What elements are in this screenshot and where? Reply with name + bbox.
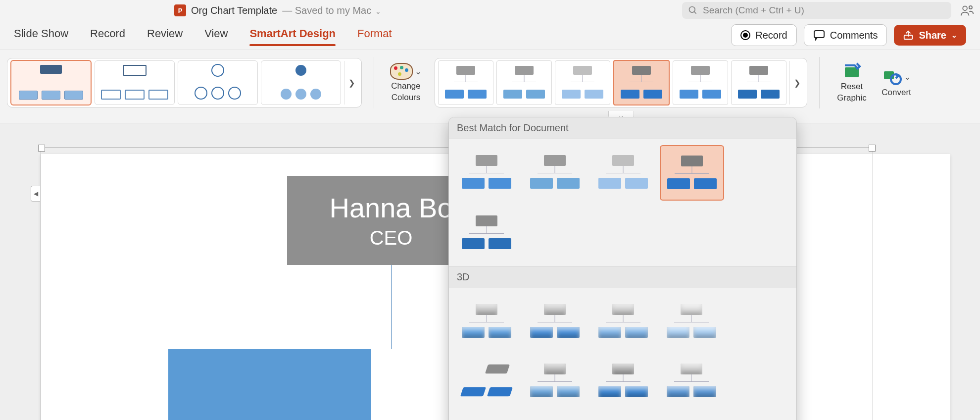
chevron-down-icon: ⌄: [375, 7, 381, 15]
smartart-styles-group: ❯ ⌄: [435, 53, 807, 112]
document-save-status[interactable]: — Saved to my Mac ⌄: [282, 5, 381, 16]
styles-more-button[interactable]: ❯: [789, 61, 804, 105]
org-node-ceo-name: Hanna Bo: [329, 192, 452, 224]
group-separator: [374, 57, 374, 108]
layout-option-2[interactable]: [95, 60, 175, 105]
style-option-2[interactable]: [496, 60, 552, 105]
tab-smartart-design[interactable]: SmartArt Design: [249, 27, 336, 43]
style-swatch-flat-2[interactable]: [523, 145, 587, 200]
share-icon: [903, 30, 914, 41]
style-swatch-flat-3[interactable]: [591, 145, 655, 200]
style-swatch-flat-1[interactable]: [455, 145, 518, 200]
style-swatch-flat-4-selected[interactable]: [660, 145, 724, 201]
layout-option-4[interactable]: [261, 60, 341, 105]
change-colours-button[interactable]: ⌄ Change Colours: [386, 58, 426, 107]
layouts-gallery: ❯: [7, 58, 362, 107]
record-icon: [740, 30, 750, 40]
style-swatch-3d-6[interactable]: [523, 354, 587, 408]
layouts-more-button[interactable]: ❯: [344, 61, 358, 105]
svg-point-2: [963, 6, 967, 10]
chevron-down-icon: ⌄: [904, 72, 911, 82]
style-option-3[interactable]: [555, 60, 610, 105]
document-save-status-text: — Saved to my Mac: [282, 5, 371, 16]
reset-graphic-button[interactable]: Reset Graphic: [832, 58, 872, 107]
style-swatch-3d-5[interactable]: [455, 354, 518, 408]
comments-icon: [813, 30, 825, 41]
tab-format[interactable]: Format: [357, 27, 392, 43]
chevron-down-icon: ⌄: [951, 31, 957, 39]
convert-label: Convert: [882, 88, 911, 98]
tab-view[interactable]: View: [204, 27, 228, 43]
share-button[interactable]: Share ⌄: [894, 25, 966, 46]
style-swatch-3d-2[interactable]: [523, 294, 587, 349]
tab-record[interactable]: Record: [90, 27, 125, 43]
palette-icon: [390, 63, 413, 80]
share-label: Share: [919, 30, 946, 41]
search-placeholder: Search (Cmd + Ctrl + U): [703, 5, 804, 16]
style-option-6[interactable]: [731, 60, 786, 105]
style-option-4-selected[interactable]: [613, 60, 670, 105]
style-option-1[interactable]: [438, 60, 493, 105]
reset-label-1: Reset: [841, 82, 863, 92]
comments-label: Comments: [830, 30, 878, 41]
search-icon: [688, 5, 698, 15]
search-input[interactable]: Search (Cmd + Ctrl + U): [682, 2, 951, 19]
tab-review[interactable]: Review: [147, 27, 183, 43]
layouts-group: ❯: [7, 53, 362, 112]
comments-button[interactable]: Comments: [804, 24, 887, 46]
resize-handle-top-right[interactable]: [869, 145, 876, 152]
layout-option-3[interactable]: [178, 60, 258, 105]
style-swatch-3d-4[interactable]: [660, 294, 723, 349]
smartart-styles-popover: Best Match for Document 3D: [448, 117, 797, 420]
collaborators-icon[interactable]: [960, 3, 974, 17]
convert-button[interactable]: ⌄ Convert: [876, 58, 917, 107]
change-colours-group: ⌄ Change Colours: [386, 53, 426, 112]
reset-graphic-icon: [842, 62, 862, 80]
svg-point-3: [969, 6, 972, 9]
smartart-text-pane-toggle[interactable]: ◀: [31, 186, 40, 202]
resize-handle-top-left[interactable]: [38, 145, 45, 152]
style-swatch-3d-3[interactable]: [591, 294, 655, 349]
ribbon: ❯ ⌄ Change Colours ❯ ⌄: [0, 50, 980, 112]
change-colours-label-2: Colours: [392, 93, 421, 103]
popover-section-3d: 3D: [449, 266, 796, 288]
style-swatch-3d-1[interactable]: [455, 294, 518, 349]
reset-label-2: Graphic: [837, 94, 867, 103]
popover-section-best-match: Best Match for Document: [449, 117, 796, 139]
svg-line-1: [694, 12, 696, 14]
title-bar: P Org Chart Template — Saved to my Mac ⌄…: [0, 0, 980, 21]
document-title[interactable]: Org Chart Template: [191, 5, 277, 16]
reset-convert-group: Reset Graphic ⌄ Convert: [832, 53, 917, 112]
convert-icon: [882, 68, 902, 86]
style-swatch-flat-5[interactable]: [455, 206, 518, 260]
org-node-child[interactable]: [168, 349, 371, 420]
style-swatch-3d-9[interactable]: [455, 413, 518, 420]
powerpoint-app-icon: P: [174, 4, 186, 16]
org-connector: [391, 265, 392, 349]
ribbon-right-controls: Record Comments Share ⌄: [731, 24, 966, 46]
tab-slide-show[interactable]: Slide Show: [14, 27, 68, 43]
styles-gallery: ❯ ⌄: [435, 58, 807, 107]
popover-best-match-grid: [449, 139, 796, 266]
title-right: Search (Cmd + Ctrl + U): [682, 2, 974, 19]
change-colours-label-1: Change: [391, 82, 421, 91]
record-button[interactable]: Record: [731, 24, 796, 46]
record-label: Record: [755, 30, 787, 41]
style-swatch-3d-8[interactable]: [660, 354, 723, 408]
style-option-5[interactable]: [673, 60, 728, 105]
popover-3d-grid: [449, 288, 796, 420]
ribbon-tabs: Slide Show Record Review View SmartArt D…: [0, 21, 980, 50]
layout-option-1[interactable]: [10, 60, 92, 105]
svg-point-0: [689, 7, 695, 13]
chevron-down-icon: ⌄: [415, 66, 422, 77]
style-swatch-3d-7[interactable]: [591, 354, 655, 408]
svg-rect-4: [814, 31, 824, 38]
org-node-ceo-title: CEO: [370, 227, 413, 249]
group-separator: [819, 57, 820, 108]
